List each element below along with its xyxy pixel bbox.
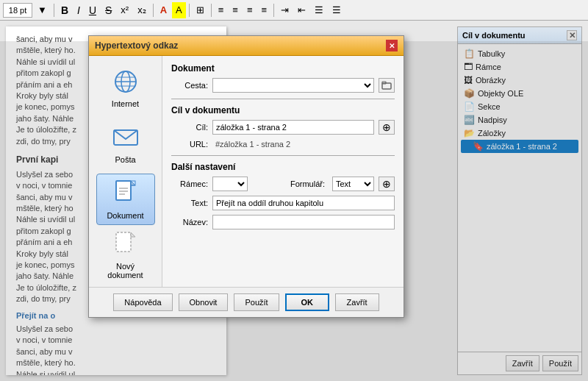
formular-label: Formulář: — [290, 179, 328, 188]
nav-label-internet: Internet — [112, 99, 139, 108]
cil-label: Cíl: — [171, 123, 208, 132]
napoveda-btn[interactable]: Nápověda — [113, 293, 172, 311]
section-dalsi-title: Další nastavení — [171, 162, 395, 172]
dialog-title: Hypertextový odkaz — [95, 40, 178, 51]
dialog-close-btn[interactable]: ✕ — [386, 40, 398, 51]
svg-marker-13 — [131, 232, 135, 237]
pouzit-btn[interactable]: Použít — [234, 293, 279, 311]
nav-item-dokument[interactable]: Dokument — [96, 174, 155, 225]
ramec-select[interactable] — [212, 177, 248, 191]
align-left-btn[interactable]: ≡ — [215, 2, 228, 18]
toolbar-sep-4 — [211, 4, 212, 17]
numlist-btn[interactable]: ☰ — [329, 2, 345, 18]
text-label: Text: — [171, 199, 208, 207]
nav-label-novy-dokument: Nový dokument — [100, 262, 151, 279]
nazev-input[interactable] — [212, 215, 395, 229]
toolbar-sep-3 — [189, 4, 190, 17]
toolbar-sep-5 — [273, 4, 274, 17]
ok-btn[interactable]: OK — [285, 293, 329, 311]
nazev-row: Název: — [171, 215, 395, 229]
dialog-body: Internet Pošta — [89, 56, 404, 287]
cil-row: Cíl: ⊕ — [171, 120, 395, 135]
cil-input[interactable] — [212, 120, 374, 135]
toolbar-sep-1 — [54, 4, 54, 17]
dialog-titlebar: Hypertextový odkaz ✕ — [89, 36, 404, 56]
nav-item-posta[interactable]: Pošta — [96, 118, 155, 169]
font-size-input[interactable] — [3, 3, 32, 18]
ramec-row: Rámec: Formulář: Text Button Submit ⊕ — [171, 177, 395, 191]
strikethrough-btn[interactable]: S — [101, 2, 115, 18]
cesta-row: Cesta: — [171, 78, 395, 93]
align-justify-btn[interactable]: ≡ — [258, 2, 271, 18]
zavrit-btn[interactable]: Zavřít — [335, 293, 379, 311]
font-size-down-btn[interactable]: ▼ — [34, 2, 51, 18]
formular-select[interactable]: Text Button Submit — [332, 177, 374, 191]
browse-btn[interactable] — [379, 78, 395, 93]
nazev-label: Název: — [171, 218, 208, 227]
mail-icon — [111, 123, 140, 152]
text-row: Text: — [171, 196, 395, 210]
obnovit-btn[interactable]: Obnovit — [179, 293, 229, 311]
right-panel-title: Cíl v dokumentu — [462, 31, 526, 40]
font-color-btn[interactable]: A — [157, 2, 171, 18]
document-area: šanci, aby mu vmštěle, který ho.Náhle si… — [0, 21, 588, 381]
divider-1 — [171, 99, 395, 99]
right-panel-close-btn[interactable]: ✕ — [567, 30, 577, 40]
document-icon — [111, 179, 140, 208]
divider-2 — [171, 155, 395, 156]
nav-label-posta: Pošta — [115, 155, 135, 164]
section-dokument-title: Dokument — [171, 63, 395, 74]
dialog-content: Dokument Cesta: Cíl v dokumentu — [162, 56, 404, 287]
indent-btn[interactable]: ⇥ — [277, 2, 293, 18]
subscript-btn[interactable]: x₂ — [134, 2, 150, 18]
internet-icon — [111, 67, 140, 96]
highlight-btn[interactable]: A — [172, 2, 186, 18]
hyperlink-dialog: Hypertextový odkaz ✕ — [88, 35, 404, 318]
nav-item-novy-dokument[interactable]: Nový dokument — [96, 229, 155, 281]
dialog-footer: Nápověda Obnovit Použít OK Zavřít — [89, 287, 404, 317]
cesta-label: Cesta: — [171, 81, 208, 90]
dialog-nav: Internet Pošta — [89, 56, 162, 287]
underline-btn[interactable]: U — [85, 2, 100, 18]
section-cil-title: Cíl v dokumentu — [171, 105, 395, 115]
svg-rect-12 — [116, 232, 131, 252]
superscript-btn[interactable]: x² — [117, 2, 132, 18]
nav-item-internet[interactable]: Internet — [96, 62, 155, 113]
bold-btn[interactable]: B — [57, 2, 72, 18]
toolbar-sep-2 — [153, 4, 154, 17]
align-center-btn[interactable]: ≡ — [229, 2, 242, 18]
text-input[interactable] — [212, 196, 395, 210]
special-btn[interactable]: ⊞ — [193, 2, 208, 18]
list-btn[interactable]: ☰ — [311, 2, 327, 18]
ramec-label: Rámec: — [171, 179, 208, 188]
cesta-select[interactable] — [212, 78, 374, 93]
outdent-btn[interactable]: ⇤ — [294, 2, 309, 18]
svg-rect-6 — [116, 181, 131, 200]
align-right-btn[interactable]: ≡ — [243, 2, 257, 18]
italic-btn[interactable]: I — [74, 2, 84, 18]
new-document-icon — [111, 231, 140, 259]
url-label: URL: — [171, 140, 208, 149]
svg-marker-7 — [131, 181, 135, 185]
formular-target-btn[interactable]: ⊕ — [379, 177, 395, 191]
toolbar: ▼ B I U S x² x₂ A A ⊞ ≡ ≡ ≡ ≡ ⇥ ⇤ ☰ ☰ — [0, 0, 588, 21]
target-btn[interactable]: ⊕ — [379, 120, 395, 135]
nav-label-dokument: Dokument — [107, 211, 143, 220]
url-value: #záložka 1 - strana 2 — [212, 139, 395, 149]
url-row: URL: #záložka 1 - strana 2 — [171, 139, 395, 149]
